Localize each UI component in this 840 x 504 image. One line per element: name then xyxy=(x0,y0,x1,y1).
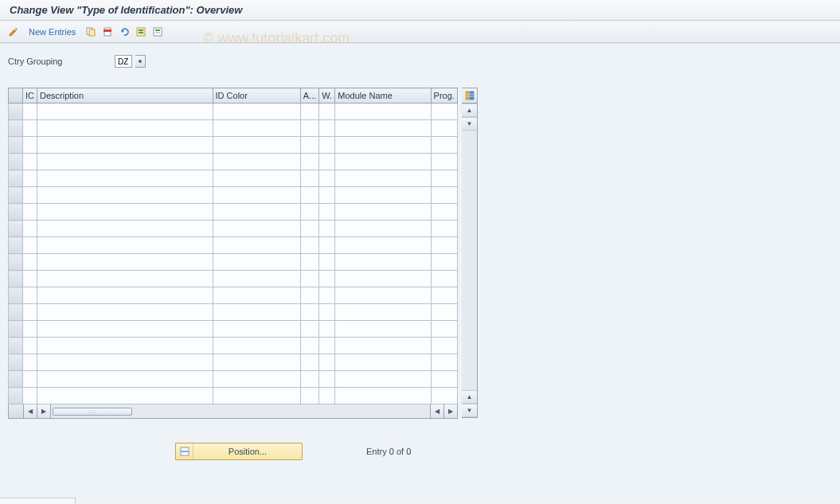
col-header-idcolor[interactable]: ID Color xyxy=(213,88,300,104)
table-cell[interactable] xyxy=(319,371,335,388)
table-cell[interactable] xyxy=(335,137,431,154)
table-cell[interactable] xyxy=(23,120,37,137)
row-selector[interactable] xyxy=(9,254,23,271)
table-cell[interactable] xyxy=(319,137,335,154)
toggle-display-change-icon[interactable] xyxy=(6,25,21,39)
table-cell[interactable] xyxy=(319,388,335,404)
row-selector[interactable] xyxy=(9,187,23,204)
table-cell[interactable] xyxy=(213,137,300,154)
table-cell[interactable] xyxy=(37,271,213,287)
table-cell[interactable] xyxy=(319,271,335,287)
table-cell[interactable] xyxy=(300,321,319,338)
row-selector[interactable] xyxy=(9,120,23,137)
table-cell[interactable] xyxy=(335,304,431,321)
table-cell[interactable] xyxy=(300,304,319,321)
row-selector[interactable] xyxy=(9,338,23,354)
table-cell[interactable] xyxy=(37,237,213,254)
table-cell[interactable] xyxy=(319,204,335,221)
table-cell[interactable] xyxy=(213,304,300,321)
table-cell[interactable] xyxy=(335,120,431,137)
table-cell[interactable] xyxy=(213,371,300,388)
table-cell[interactable] xyxy=(319,321,335,338)
table-cell[interactable] xyxy=(37,321,213,338)
table-cell[interactable] xyxy=(37,221,213,237)
table-cell[interactable] xyxy=(431,221,457,237)
table-cell[interactable] xyxy=(319,354,335,371)
table-cell[interactable] xyxy=(213,120,300,137)
table-cell[interactable] xyxy=(335,154,431,170)
table-cell[interactable] xyxy=(319,187,335,204)
table-cell[interactable] xyxy=(23,154,37,170)
col-header-a[interactable]: A... xyxy=(300,88,319,104)
table-cell[interactable] xyxy=(213,104,300,120)
table-cell[interactable] xyxy=(23,137,37,154)
row-selector[interactable] xyxy=(9,354,23,371)
table-cell[interactable] xyxy=(300,120,319,137)
scroll-left-icon[interactable]: ◀ xyxy=(24,404,37,418)
table-cell[interactable] xyxy=(431,154,457,170)
table-cell[interactable] xyxy=(319,287,335,304)
f4-help-icon[interactable] xyxy=(135,55,146,68)
scroll-right-step-icon[interactable]: ▶ xyxy=(37,404,51,418)
row-selector[interactable] xyxy=(9,371,23,388)
table-cell[interactable] xyxy=(37,388,213,404)
table-cell[interactable] xyxy=(23,204,37,221)
table-cell[interactable] xyxy=(431,304,457,321)
table-cell[interactable] xyxy=(319,221,335,237)
table-cell[interactable] xyxy=(300,338,319,354)
table-cell[interactable] xyxy=(319,254,335,271)
col-header-description[interactable]: Description xyxy=(37,88,213,104)
table-cell[interactable] xyxy=(431,371,457,388)
table-cell[interactable] xyxy=(431,104,457,120)
row-selector[interactable] xyxy=(9,304,23,321)
col-header-ic[interactable]: IC xyxy=(23,88,37,104)
table-cell[interactable] xyxy=(431,354,457,371)
table-cell[interactable] xyxy=(319,170,335,187)
table-cell[interactable] xyxy=(37,304,213,321)
table-cell[interactable] xyxy=(23,104,37,120)
table-cell[interactable] xyxy=(23,304,37,321)
table-cell[interactable] xyxy=(213,237,300,254)
scroll-up-icon[interactable]: ▲ xyxy=(462,104,477,117)
table-cell[interactable] xyxy=(335,187,431,204)
table-cell[interactable] xyxy=(213,287,300,304)
row-selector[interactable] xyxy=(9,237,23,254)
table-cell[interactable] xyxy=(37,120,213,137)
table-cell[interactable] xyxy=(37,338,213,354)
table-cell[interactable] xyxy=(213,154,300,170)
row-selector[interactable] xyxy=(9,137,23,154)
table-cell[interactable] xyxy=(431,204,457,221)
table-cell[interactable] xyxy=(23,221,37,237)
table-cell[interactable] xyxy=(37,354,213,371)
row-selector[interactable] xyxy=(9,170,23,187)
table-cell[interactable] xyxy=(23,271,37,287)
delete-icon[interactable] xyxy=(100,25,115,39)
table-cell[interactable] xyxy=(37,371,213,388)
table-cell[interactable] xyxy=(213,254,300,271)
table-cell[interactable] xyxy=(319,304,335,321)
table-cell[interactable] xyxy=(23,187,37,204)
scroll-right-icon[interactable]: ▶ xyxy=(443,404,457,418)
row-selector[interactable] xyxy=(9,104,23,120)
table-cell[interactable] xyxy=(300,187,319,204)
table-cell[interactable] xyxy=(213,204,300,221)
table-cell[interactable] xyxy=(431,137,457,154)
row-selector[interactable] xyxy=(9,388,23,404)
table-cell[interactable] xyxy=(23,354,37,371)
new-entries-button[interactable]: New Entries xyxy=(23,25,81,38)
table-cell[interactable] xyxy=(300,237,319,254)
table-cell[interactable] xyxy=(213,187,300,204)
table-config-icon[interactable] xyxy=(462,88,477,104)
table-cell[interactable] xyxy=(300,104,319,120)
table-cell[interactable] xyxy=(335,221,431,237)
table-cell[interactable] xyxy=(213,321,300,338)
row-selector[interactable] xyxy=(9,321,23,338)
table-cell[interactable] xyxy=(37,287,213,304)
table-cell[interactable] xyxy=(300,354,319,371)
table-cell[interactable] xyxy=(319,237,335,254)
table-cell[interactable] xyxy=(335,271,431,287)
h-scroll-track[interactable]: ::: xyxy=(51,404,430,418)
table-cell[interactable] xyxy=(431,338,457,354)
table-cell[interactable] xyxy=(335,371,431,388)
table-cell[interactable] xyxy=(300,271,319,287)
